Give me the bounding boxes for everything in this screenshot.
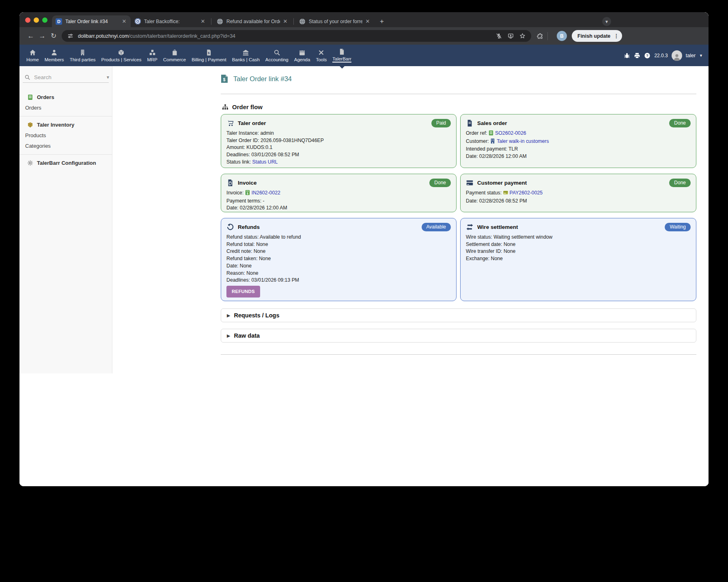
zoom-window-button[interactable] bbox=[42, 17, 47, 23]
panel-requests-logs[interactable]: ▶Requests / Logs bbox=[221, 308, 696, 322]
nav-item-products-services[interactable]: Products | Services bbox=[99, 45, 144, 66]
sidebar-item-categories[interactable]: Categories bbox=[19, 141, 112, 151]
nav-item-talerbarr[interactable]: TalerBarr bbox=[330, 45, 354, 66]
nav-item-mrp[interactable]: MRP bbox=[144, 45, 160, 66]
tab-close-icon[interactable]: ✕ bbox=[121, 18, 127, 24]
panel-raw-data[interactable]: ▶Raw data bbox=[221, 329, 696, 343]
panel-label: Requests / Logs bbox=[234, 312, 279, 319]
extensions-icon[interactable] bbox=[537, 33, 543, 39]
tab-close-icon[interactable]: ✕ bbox=[282, 18, 288, 24]
main-content: $ Taler Order link #34 Order flow Taler … bbox=[112, 66, 709, 486]
search-icon bbox=[24, 74, 30, 80]
browser-menu-icon[interactable]: ⋮ bbox=[614, 33, 619, 39]
search-caret-icon[interactable]: ▼ bbox=[106, 75, 110, 80]
tab-search-button[interactable]: ▼ bbox=[602, 17, 611, 26]
sidebar-section-taler-inventory[interactable]: Taler Inventory bbox=[19, 119, 112, 130]
site-info-icon[interactable] bbox=[67, 33, 73, 39]
finish-update-button[interactable]: Finish update⋮ bbox=[572, 30, 622, 42]
nav-item-label: TalerBarr bbox=[332, 56, 351, 63]
status-badge-paid: Paid bbox=[431, 119, 451, 127]
user-menu-caret-icon[interactable]: ▼ bbox=[699, 54, 703, 58]
sidebar-item-products[interactable]: Products bbox=[19, 130, 112, 141]
sidebar-section-title: Orders bbox=[37, 94, 54, 100]
sidebar-section-title: Taler Inventory bbox=[37, 122, 74, 128]
link-status-url[interactable]: Status URL bbox=[252, 159, 278, 165]
order-flow-cards: Taler orderPaidTaler Instance: adminTale… bbox=[221, 114, 696, 301]
link-in2602-0022[interactable]: IN2602-0022 bbox=[252, 190, 280, 196]
card-line: Deadlines: 03/01/2026 08:52 PM bbox=[226, 151, 451, 159]
new-tab-button[interactable]: + bbox=[377, 16, 387, 27]
gear-icon bbox=[27, 160, 33, 166]
link-taler-walk-in-customers[interactable]: Taler walk-in customers bbox=[497, 138, 549, 144]
card-header: Wire settlementWaiting bbox=[466, 222, 691, 231]
box-gold-icon bbox=[27, 122, 33, 128]
taler-favicon bbox=[134, 18, 141, 25]
tab-close-icon[interactable]: ✕ bbox=[200, 18, 206, 24]
status-badge-done: Done bbox=[669, 179, 691, 187]
sidebar-section-title: TalerBarr Configuration bbox=[37, 160, 96, 166]
nav-item-tools[interactable]: Tools bbox=[313, 45, 330, 66]
forward-button[interactable]: → bbox=[37, 32, 48, 40]
card-line: Taler Order ID: 2026.059-0381HNQ7D46EP bbox=[226, 137, 451, 144]
tab-taler-order-link-34[interactable]: DTaler Order link #34✕ bbox=[52, 15, 131, 27]
sidebar-search[interactable]: ▼ bbox=[23, 72, 109, 83]
refunds-button[interactable]: REFUNDS bbox=[226, 286, 260, 297]
user-name-label[interactable]: taler bbox=[686, 53, 696, 58]
panel-label: Raw data bbox=[234, 332, 260, 339]
sidebar-divider bbox=[19, 154, 112, 155]
card-title: Refunds bbox=[238, 224, 260, 230]
sidebar-section-orders[interactable]: Orders bbox=[19, 91, 112, 103]
doc-dollar-green-icon: $ bbox=[245, 190, 250, 198]
svg-text:$: $ bbox=[223, 78, 226, 82]
browser-profile-avatar[interactable]: B bbox=[557, 31, 567, 41]
sidebar-section-talerbarr-configuration[interactable]: TalerBarr Configuration bbox=[19, 157, 112, 168]
sidebar-item-orders[interactable]: Orders bbox=[19, 103, 112, 113]
billing-icon: $ bbox=[205, 49, 212, 56]
tab-title: Refund available for Order to bbox=[226, 19, 280, 24]
order-link-doc-icon: $ bbox=[221, 74, 228, 83]
nav-item-label: Agenda bbox=[294, 57, 310, 62]
cart-icon bbox=[226, 119, 234, 127]
minimize-window-button[interactable] bbox=[34, 17, 39, 23]
mic-off-icon[interactable] bbox=[496, 33, 502, 39]
nav-item-commerce[interactable]: Commerce bbox=[160, 45, 189, 66]
bug-icon[interactable] bbox=[624, 52, 630, 59]
nav-item-label: Members bbox=[45, 57, 64, 62]
nav-item-accounting[interactable]: Accounting bbox=[263, 45, 291, 66]
tab-status-of-your-order-forrefund[interactable]: Status of your order forrefund✕ bbox=[295, 15, 374, 27]
close-window-button[interactable] bbox=[25, 17, 30, 23]
bookmark-star-icon[interactable] bbox=[519, 33, 526, 39]
user-avatar[interactable] bbox=[672, 50, 682, 61]
order-flow-header: Order flow bbox=[222, 103, 263, 110]
tab-refund-available-for-order-to[interactable]: Refund available for Order to✕ bbox=[213, 15, 292, 27]
nav-item-third-parties[interactable]: Third parties bbox=[67, 45, 99, 66]
nav-item-members[interactable]: Members bbox=[42, 45, 67, 66]
card-title: Invoice bbox=[238, 180, 257, 186]
reload-button[interactable]: ↻ bbox=[48, 32, 59, 40]
invoice-icon bbox=[226, 179, 234, 187]
card-line: Amount: KUDOS:0.1 bbox=[226, 144, 451, 151]
install-app-icon[interactable] bbox=[508, 33, 514, 39]
collapsed-panels: ▶Requests / Logs▶Raw data bbox=[221, 308, 696, 349]
card-title: Sales order bbox=[477, 120, 507, 126]
tab-taler-backoffice[interactable]: Taler Backoffice:✕ bbox=[131, 15, 209, 27]
nav-item-banks-cash[interactable]: Banks | Cash bbox=[229, 45, 263, 66]
doc-icon bbox=[466, 119, 474, 127]
credit-card-icon bbox=[466, 179, 474, 187]
card-title: Wire settlement bbox=[477, 224, 518, 230]
nav-item-agenda[interactable]: Agenda bbox=[291, 45, 313, 66]
nav-item-label: Products | Services bbox=[101, 57, 142, 62]
link-so2602-0026[interactable]: SO2602-0026 bbox=[495, 130, 526, 136]
tab-close-icon[interactable]: ✕ bbox=[365, 18, 370, 24]
address-bar[interactable]: dolibarr.potuzhnyi.com/custom/talerbarr/… bbox=[62, 30, 531, 42]
nav-item-billing-payment[interactable]: $Billing | Payment bbox=[189, 45, 229, 66]
print-icon[interactable] bbox=[634, 52, 640, 59]
spreadsheet-green-icon bbox=[27, 94, 33, 100]
window-controls bbox=[25, 17, 47, 23]
link-pay2602-0025[interactable]: PAY2602-0025 bbox=[510, 190, 543, 196]
search-input[interactable] bbox=[34, 74, 106, 80]
help-icon[interactable]: ? bbox=[644, 52, 650, 59]
card-header: Taler orderPaid bbox=[226, 119, 451, 127]
back-button[interactable]: ← bbox=[25, 32, 37, 40]
nav-item-home[interactable]: Home bbox=[24, 45, 42, 66]
